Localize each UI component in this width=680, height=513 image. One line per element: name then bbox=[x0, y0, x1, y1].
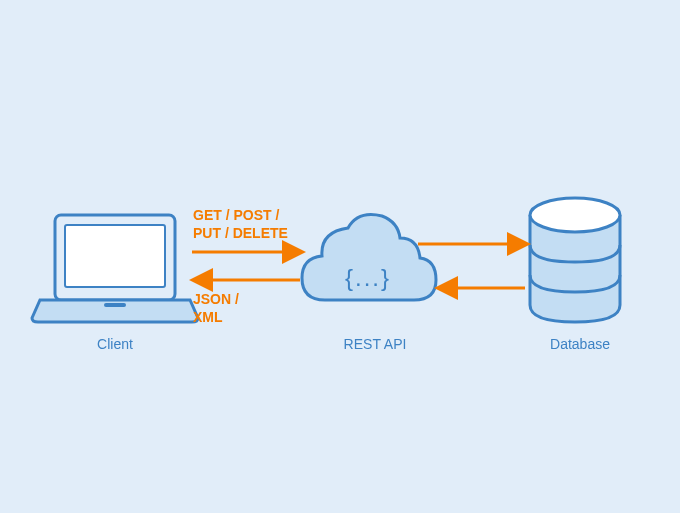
request-label-line2: PUT / DELETE bbox=[193, 225, 288, 241]
architecture-diagram: {...} Client REST API Database GET / POS… bbox=[0, 0, 680, 513]
svg-rect-1 bbox=[65, 225, 165, 287]
database-icon bbox=[530, 198, 620, 322]
laptop-icon bbox=[32, 215, 198, 322]
request-label: GET / POST / PUT / DELETE bbox=[193, 206, 288, 242]
svg-rect-2 bbox=[104, 303, 126, 307]
svg-point-3 bbox=[530, 198, 620, 232]
response-label-line1: JSON / bbox=[193, 291, 239, 307]
response-label: JSON / XML bbox=[193, 290, 239, 326]
client-label: Client bbox=[80, 336, 150, 352]
diagram-svg bbox=[0, 0, 680, 513]
database-label: Database bbox=[540, 336, 620, 352]
request-label-line1: GET / POST / bbox=[193, 207, 279, 223]
cloud-symbol: {...} bbox=[345, 264, 391, 292]
rest-api-label: REST API bbox=[335, 336, 415, 352]
response-label-line2: XML bbox=[193, 309, 223, 325]
